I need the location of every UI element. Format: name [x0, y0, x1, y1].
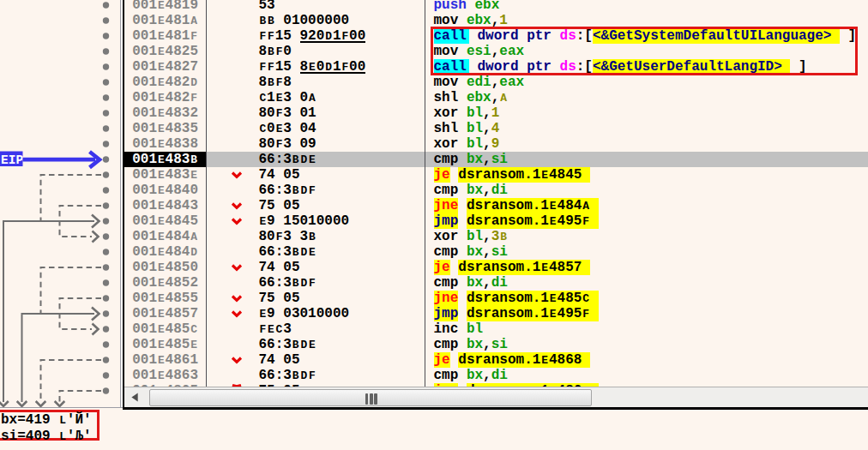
svg-text:EIP: EIP [1, 153, 23, 167]
